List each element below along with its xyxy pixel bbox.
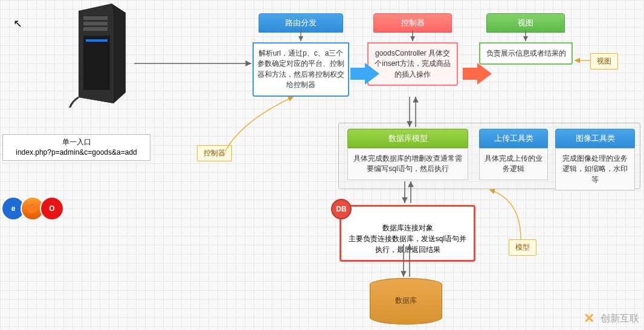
controller-body-node: goodsController 具体交个insert方法，完成商品的插入操作 — [367, 42, 458, 86]
image-body: 完成图像处理的业务逻辑，如缩略，水印等 — [555, 148, 635, 190]
server-icon — [66, 2, 133, 108]
view-body-node: 负责展示信息或者结果的 — [479, 42, 573, 65]
svg-rect-4 — [83, 27, 108, 31]
db-badge: DB — [331, 199, 352, 219]
image-title: 图像工具类 — [555, 129, 635, 148]
router-body-node: 解析url，通过p、c、a三个参数确定对应的平台、控制器和方法，然后将控制权交给… — [253, 42, 349, 97]
view-title: 视图 — [486, 13, 565, 33]
router-body: 解析url，通过p、c、a三个参数确定对应的平台、控制器和方法，然后将控制权交给… — [253, 42, 349, 97]
model-body: 具体完成数据库的增删改查通常需要编写sql语句，然后执行 — [347, 148, 468, 180]
image-node: 图像工具类 完成图像处理的业务逻辑，如缩略，水印等 — [555, 129, 635, 190]
upload-node: 上传工具类 具体完成上传的业务逻辑 — [479, 129, 548, 180]
cylinder-label: 数据库 — [395, 296, 417, 305]
db-body: 数据库连接对象 主要负责连接数据库，发送sql语句并执行，最后返回结果 — [349, 224, 466, 254]
opera-icon: O — [40, 196, 64, 221]
label-controller: 控制器 — [197, 145, 232, 161]
controller-node: 控制器 — [373, 13, 452, 33]
entry-point-box: 单一入口 index.php?p=admin&c=goods&a=add — [2, 134, 150, 161]
db-connection-node: 数据库连接对象 主要负责连接数据库，发送sql语句并执行，最后返回结果 — [340, 205, 475, 262]
entry-title: 单一入口 — [7, 137, 146, 147]
arrow-controller-to-view — [477, 63, 492, 85]
router-node: 路由分发 — [259, 13, 343, 33]
svg-rect-3 — [83, 22, 108, 25]
watermark: ✕ 创新互联 — [581, 311, 639, 326]
cursor-icon: ↖ — [13, 17, 22, 30]
label-model: 模型 — [509, 239, 536, 256]
controller-body: goodsController 具体交个insert方法，完成商品的插入操作 — [367, 42, 458, 86]
svg-rect-6 — [86, 39, 108, 42]
database-cylinder: 数据库 — [370, 278, 442, 325]
view-body: 负责展示信息或者结果的 — [479, 42, 573, 65]
arrow-router-to-controller — [365, 63, 379, 85]
label-view: 视图 — [590, 53, 618, 70]
browser-icons: e O — [6, 196, 64, 221]
upload-body: 具体完成上传的业务逻辑 — [479, 148, 548, 180]
controller-title: 控制器 — [373, 13, 452, 33]
upload-title: 上传工具类 — [479, 129, 548, 148]
view-node: 视图 — [486, 13, 565, 33]
svg-rect-2 — [83, 16, 108, 20]
watermark-icon: ✕ — [581, 311, 597, 326]
model-title: 数据库模型 — [347, 129, 468, 148]
watermark-text: 创新互联 — [601, 312, 639, 325]
svg-rect-5 — [83, 36, 110, 90]
entry-url: index.php?p=admin&c=goods&a=add — [7, 147, 146, 158]
router-title: 路由分发 — [259, 13, 343, 33]
model-node: 数据库模型 具体完成数据库的增删改查通常需要编写sql语句，然后执行 — [347, 129, 468, 180]
